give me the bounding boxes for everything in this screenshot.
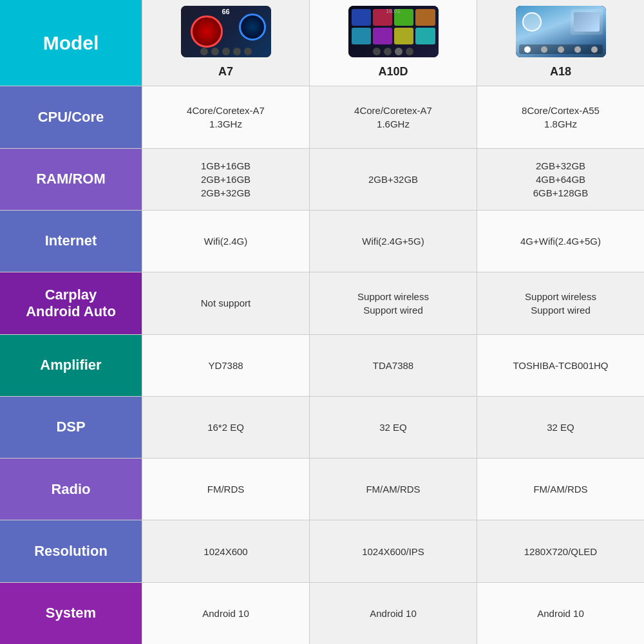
dsp-row: DSP 16*2 EQ 32 EQ 32 EQ [0,397,644,459]
model-a7-cell: 66 A7 [142,0,309,86]
ram-a7-value: 1GB+16GB 2GB+16GB 2GB+32GB [201,159,251,200]
amplifier-row: Amplifier YD7388 TDA7388 TOSHIBA-TCB001H… [0,335,644,397]
radio-a7-value: FM/RDS [207,482,245,496]
model-a18-cell: A18 [477,0,644,86]
cpu-a18-value: 8Core/Cortex-A55 1.8GHz [522,104,600,131]
system-a10d-cell: Android 10 [309,583,477,644]
system-label: System [46,605,96,621]
system-a18-value: Android 10 [537,607,584,620]
internet-row: Internet Wifi(2.4G) Wifi(2.4G+5G) 4G+Wif… [0,211,644,272]
amplifier-a10d-value: TDA7388 [373,359,413,372]
carplay-a10d-cell: Support wireless Support wired [309,272,477,334]
carplay-label: Carplay Android Auto [26,287,116,321]
resolution-a18-cell: 1280X720/QLED [477,520,644,582]
carplay-a18-value: Support wireless Support wired [525,290,596,317]
ram-label-cell: RAM/ROM [0,149,142,210]
dsp-a7-cell: 16*2 EQ [142,397,309,458]
cpu-a10d-cell: 4Core/Coretex-A7 1.6GHz [309,86,477,147]
radio-a18-value: FM/AM/RDS [533,482,587,496]
model-row: Model 66 A7 [0,0,644,86]
dsp-label-cell: DSP [0,397,142,458]
internet-label-cell: Internet [0,211,142,272]
device-image-a10d: 16:01 [348,6,439,57]
ram-a7-cell: 1GB+16GB 2GB+16GB 2GB+32GB [142,149,309,210]
resolution-label: Resolution [34,543,108,560]
radio-a10d-cell: FM/AM/RDS [309,459,477,520]
internet-a10d-value: Wifi(2.4G+5G) [362,234,424,248]
dsp-label: DSP [56,419,85,435]
dsp-a10d-value: 32 EQ [379,421,407,434]
internet-a10d-cell: Wifi(2.4G+5G) [309,211,477,272]
resolution-a18-value: 1280X720/QLED [524,545,597,558]
dsp-a10d-cell: 32 EQ [309,397,477,458]
radio-row: Radio FM/RDS FM/AM/RDS FM/AM/RDS [0,459,644,520]
internet-a18-cell: 4G+Wifi(2.4G+5G) [477,211,644,272]
cpu-a10d-value: 4Core/Coretex-A7 1.6GHz [354,104,432,131]
radio-a7-cell: FM/RDS [142,459,309,520]
resolution-a7-value: 1024X600 [204,545,247,558]
comparison-table: Model 66 A7 [0,0,644,644]
model-label: Model [43,32,99,55]
device-image-a7: 66 [181,6,271,57]
ram-a18-cell: 2GB+32GB 4GB+64GB 6GB+128GB [477,149,644,210]
radio-a18-cell: FM/AM/RDS [477,459,644,520]
resolution-a7-cell: 1024X600 [142,520,309,582]
amplifier-a7-cell: YD7388 [142,335,309,396]
system-a18-cell: Android 10 [477,583,644,644]
cpu-label: CPU/Core [38,109,104,126]
system-a7-cell: Android 10 [142,583,309,644]
carplay-a7-cell: Not support [142,272,309,334]
gauge-red [191,15,223,48]
cpu-a18-cell: 8Core/Cortex-A55 1.8GHz [477,86,644,147]
carplay-a10d-value: Support wireless Support wired [357,290,429,317]
ram-a18-value: 2GB+32GB 4GB+64GB 6GB+128GB [533,159,588,200]
internet-a7-cell: Wifi(2.4G) [142,211,309,272]
radio-label: Radio [51,481,90,498]
radio-label-cell: Radio [0,459,142,520]
amplifier-label-cell: Amplifier [0,335,142,396]
amplifier-a10d-cell: TDA7388 [309,335,477,396]
system-label-cell: System [0,583,142,644]
internet-label: Internet [45,232,97,249]
model-a7-name: A7 [218,64,233,80]
cpu-row: CPU/Core 4Core/Coretex-A7 1.3GHz 4Core/C… [0,86,644,148]
system-a7-value: Android 10 [202,607,249,620]
dsp-a18-cell: 32 EQ [477,397,644,458]
carplay-label-cell: Carplay Android Auto [0,272,142,334]
model-a18-name: A18 [550,64,571,80]
ram-row: RAM/ROM 1GB+16GB 2GB+16GB 2GB+32GB 2GB+3… [0,149,644,211]
ram-label: RAM/ROM [36,171,106,187]
system-a10d-value: Android 10 [370,607,417,620]
ram-a10d-cell: 2GB+32GB [309,149,477,210]
model-a10d-name: A10D [378,64,408,80]
device-image-a18 [516,6,606,57]
dsp-a18-value: 32 EQ [547,421,574,434]
internet-a18-value: 4G+Wifi(2.4G+5G) [520,234,601,248]
carplay-a7-value: Not support [201,296,251,310]
cpu-a7-value: 4Core/Coretex-A7 1.3GHz [187,104,265,131]
resolution-a10d-value: 1024X600/IPS [362,545,424,558]
internet-a7-value: Wifi(2.4G) [204,234,248,248]
resolution-a10d-cell: 1024X600/IPS [309,520,477,582]
ram-a10d-value: 2GB+32GB [368,173,418,186]
cpu-a7-cell: 4Core/Coretex-A7 1.3GHz [142,86,309,147]
amplifier-a18-value: TOSHIBA-TCB001HQ [513,359,608,372]
resolution-row: Resolution 1024X600 1024X600/IPS 1280X72… [0,520,644,582]
amplifier-a7-value: YD7388 [208,359,243,372]
resolution-label-cell: Resolution [0,520,142,582]
carplay-a18-cell: Support wireless Support wired [477,272,644,334]
model-a10d-cell: 16:01 A10D [309,0,477,86]
amplifier-label: Amplifier [40,357,101,374]
model-label-cell: Model [0,0,142,86]
system-row: System Android 10 Android 10 Android 10 [0,583,644,644]
cpu-label-cell: CPU/Core [0,86,142,147]
dsp-a7-value: 16*2 EQ [207,421,244,434]
carplay-row: Carplay Android Auto Not support Support… [0,272,644,334]
amplifier-a18-cell: TOSHIBA-TCB001HQ [477,335,644,396]
radio-a10d-value: FM/AM/RDS [366,482,420,496]
